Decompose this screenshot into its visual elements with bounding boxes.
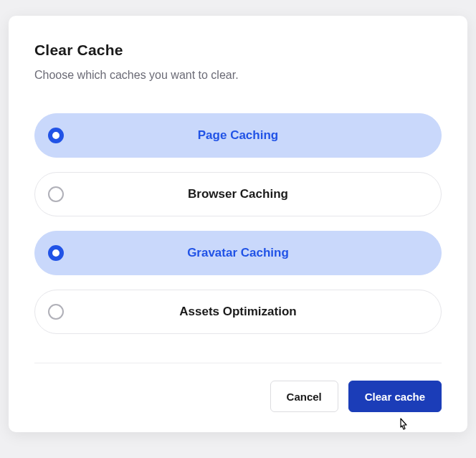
option-label: Gravatar Caching [64,246,428,260]
option-label: Assets Optimization [64,305,428,319]
option-label: Page Caching [64,128,428,143]
radio-icon [48,245,64,261]
option-gravatar-caching[interactable]: Gravatar Caching [34,231,442,275]
modal-footer: Cancel Clear cache [34,381,442,412]
clear-cache-modal: Clear Cache Choose which caches you want… [9,16,467,432]
modal-title: Clear Cache [34,42,442,59]
options-list: Page Caching Browser Caching Gravatar Ca… [34,113,442,334]
modal-subtitle: Choose which caches you want to clear. [34,69,442,82]
radio-icon [48,186,64,202]
cancel-button[interactable]: Cancel [270,381,338,412]
confirm-button[interactable]: Clear cache [348,381,442,412]
option-browser-caching[interactable]: Browser Caching [34,172,442,216]
option-label: Browser Caching [64,187,428,201]
divider [34,363,442,363]
option-assets-optimization[interactable]: Assets Optimization [34,290,442,334]
radio-icon [48,128,64,143]
option-page-caching[interactable]: Page Caching [34,113,442,158]
radio-icon [48,304,64,320]
